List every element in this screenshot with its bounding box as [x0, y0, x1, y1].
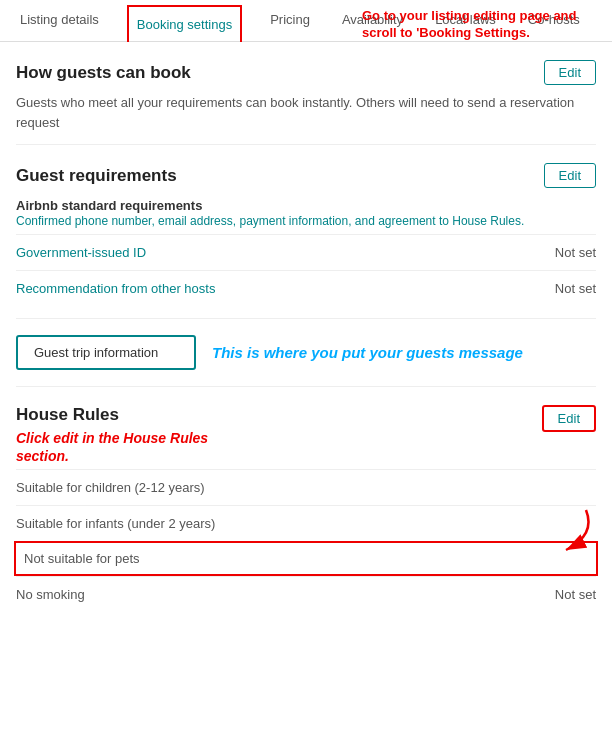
standard-requirements-desc: Confirmed phone number, email address, p… — [16, 213, 596, 230]
tab-pricing[interactable]: Pricing — [266, 0, 314, 41]
arrow-icon — [526, 505, 606, 555]
how-guests-section: How guests can book Edit Guests who meet… — [16, 42, 596, 145]
house-rules-header: House Rules Click edit in the House Rule… — [16, 405, 596, 465]
nav-tabs: Listing details Booking settings Pricing… — [0, 0, 612, 42]
house-rules-left: House Rules Click edit in the House Rule… — [16, 405, 236, 465]
tab-booking-settings[interactable]: Booking settings — [127, 5, 242, 42]
house-rules-annotation: Click edit in the House Rules section. — [16, 429, 236, 465]
recommendation-row: Recommendation from other hosts Not set — [16, 270, 596, 306]
guest-requirements-section: Guest requirements Edit Airbnb standard … — [16, 145, 596, 319]
how-guests-title: How guests can book — [16, 63, 191, 83]
guest-trip-annotation: This is where you put your guests messag… — [212, 343, 523, 363]
main-content: How guests can book Edit Guests who meet… — [0, 42, 612, 620]
how-guests-description: Guests who meet all your requirements ca… — [16, 93, 596, 132]
guest-requirements-header: Guest requirements Edit — [16, 163, 596, 188]
infants-row: Suitable for infants (under 2 years) — [16, 505, 596, 541]
house-rules-title: House Rules — [16, 405, 236, 425]
smoking-label: No smoking — [16, 587, 85, 602]
how-guests-header: How guests can book Edit — [16, 60, 596, 85]
nav-annotation: Go to your listing editing page and scro… — [362, 8, 602, 42]
children-row: Suitable for children (2-12 years) — [16, 469, 596, 505]
pets-label: Not suitable for pets — [24, 551, 140, 566]
government-id-row: Government-issued ID Not set — [16, 234, 596, 270]
standard-requirements-title: Airbnb standard requirements — [16, 198, 596, 213]
tab-listing-details[interactable]: Listing details — [16, 0, 103, 41]
guest-trip-button[interactable]: Guest trip information — [16, 335, 196, 370]
smoking-value: Not set — [555, 587, 596, 602]
government-id-value: Not set — [555, 245, 596, 260]
guest-requirements-edit-button[interactable]: Edit — [544, 163, 596, 188]
standard-requirements-block: Airbnb standard requirements Confirmed p… — [16, 198, 596, 230]
recommendation-label: Recommendation from other hosts — [16, 281, 215, 296]
guest-trip-section: Guest trip information This is where you… — [16, 319, 596, 387]
smoking-row: No smoking Not set — [16, 576, 596, 612]
pets-row: Not suitable for pets — [14, 541, 598, 576]
government-id-label: Government-issued ID — [16, 245, 146, 260]
recommendation-value: Not set — [555, 281, 596, 296]
infants-label: Suitable for infants (under 2 years) — [16, 516, 215, 531]
children-label: Suitable for children (2-12 years) — [16, 480, 205, 495]
how-guests-edit-button[interactable]: Edit — [544, 60, 596, 85]
house-rules-section: House Rules Click edit in the House Rule… — [16, 387, 596, 620]
house-rules-edit-button[interactable]: Edit — [542, 405, 596, 432]
guest-requirements-title: Guest requirements — [16, 166, 177, 186]
